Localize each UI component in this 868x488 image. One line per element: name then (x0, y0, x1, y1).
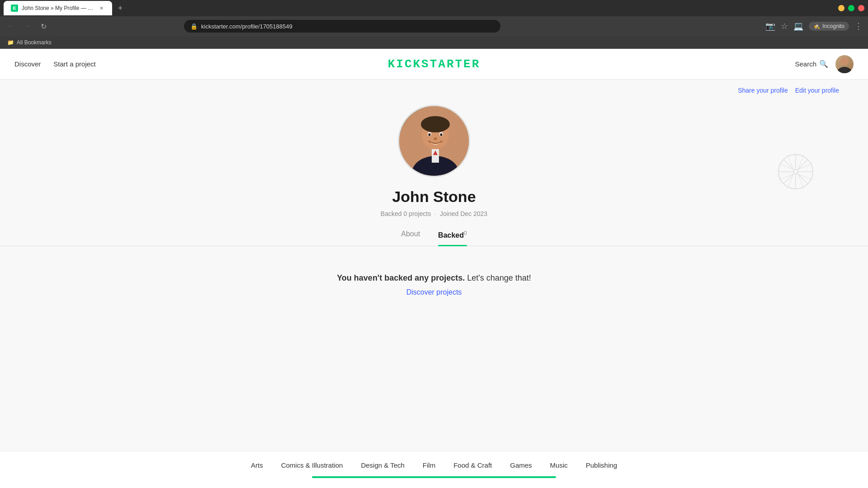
edit-profile-link[interactable]: Edit your profile (795, 87, 839, 94)
browser-actions: 📷 ☆ 💻 🕵️ Incognito ⋮ (765, 21, 863, 31)
footer-link-arts[interactable]: Arts (251, 461, 263, 469)
svg-line-22 (783, 173, 794, 184)
footer-link-publishing[interactable]: Publishing (586, 461, 617, 469)
user-avatar[interactable] (835, 55, 854, 73)
profile-avatar (398, 105, 470, 177)
back-button[interactable]: ← (5, 22, 16, 30)
window-close-button[interactable] (858, 5, 864, 11)
incognito-icon: 🕵️ (813, 23, 820, 29)
svg-point-0 (840, 57, 849, 66)
share-profile-link[interactable]: Share your profile (738, 87, 788, 94)
tab-title: John Stone » My Profile — Kick (22, 5, 94, 11)
footer-link-music[interactable]: Music (550, 461, 568, 469)
footer-link-games[interactable]: Games (510, 461, 532, 469)
empty-state-message: You haven't backed any projects. Let's c… (337, 273, 531, 283)
search-icon: 🔍 (819, 60, 828, 68)
backed-count-text: Backed 0 projects (381, 210, 431, 217)
svg-point-12 (434, 137, 437, 140)
tab-close-button[interactable]: ✕ (98, 5, 105, 12)
footer-link-film[interactable]: Film (423, 461, 435, 469)
nav-left: Discover Start a project (14, 60, 96, 68)
avatar-image (835, 55, 854, 73)
browser-tab[interactable]: K John Stone » My Profile — Kick ✕ (4, 1, 112, 15)
search-label: Search (795, 60, 816, 68)
discover-projects-link[interactable]: Discover projects (337, 288, 531, 296)
wheel-svg (778, 154, 814, 190)
svg-line-19 (783, 160, 794, 170)
bookmarks-label: All Bookmarks (17, 39, 52, 46)
address-bar: ← → ↻ 🔒 kickstarter.com/profile/17051885… (0, 16, 868, 36)
decorative-wheel (778, 154, 814, 190)
empty-state: You haven't backed any projects. Let's c… (328, 246, 540, 324)
profile-actions: Share your profile Edit your profile (0, 80, 868, 98)
window-maximize-button[interactable] (848, 5, 854, 11)
profile-tabs: About Backed0 (0, 230, 868, 246)
meta-separator: · (434, 210, 436, 217)
profile-meta: Backed 0 projects · Joined Dec 2023 (381, 210, 487, 217)
tab-favicon: K (11, 5, 18, 12)
top-navigation: Discover Start a project KICKSTARTER Sea… (0, 49, 868, 80)
empty-state-bold: You haven't backed any projects. (337, 273, 465, 282)
tab-about-label: About (401, 230, 420, 238)
bookmarks-bar: 📁 All Bookmarks (0, 36, 868, 49)
lock-icon: 🔒 (190, 23, 198, 30)
svg-line-21 (797, 160, 808, 170)
camera-off-icon: 📷 (765, 21, 775, 31)
svg-point-11 (440, 133, 443, 136)
nav-right: Search 🔍 (795, 55, 854, 73)
menu-icon[interactable]: ⋮ (854, 21, 863, 31)
device-icon[interactable]: 💻 (793, 21, 803, 31)
empty-state-normal: Let's change that! (467, 273, 531, 282)
svg-point-4 (421, 116, 450, 132)
discover-nav-link[interactable]: Discover (14, 60, 41, 68)
url-bar[interactable]: 🔒 kickstarter.com/profile/1705188549 (184, 20, 500, 33)
reload-button[interactable]: ↻ (38, 22, 49, 31)
main-content: Share your profile Edit your profile (0, 80, 868, 351)
svg-line-20 (797, 173, 808, 184)
incognito-label: Incognito (822, 23, 844, 29)
start-project-nav-link[interactable]: Start a project (53, 60, 95, 68)
svg-point-10 (429, 133, 431, 136)
new-tab-button[interactable]: + (114, 2, 127, 14)
profile-avatar-svg (399, 106, 470, 177)
footer-link-design--tech[interactable]: Design & Tech (361, 461, 404, 469)
bookmarks-folder-icon: 📁 (7, 39, 14, 46)
joined-date-text: Joined Dec 2023 (440, 210, 487, 217)
footer-link-comics--illustration[interactable]: Comics & Illustration (281, 461, 343, 469)
footer-links: ArtsComics & IllustrationDesign & TechFi… (0, 461, 868, 469)
backed-badge: 0 (464, 230, 467, 236)
bookmark-star-icon[interactable]: ☆ (781, 21, 788, 31)
footer-link-food--craft[interactable]: Food & Craft (453, 461, 492, 469)
logo-area: KICKSTARTER (388, 57, 481, 71)
tab-backed-label: Backed (438, 231, 464, 239)
window-minimize-button[interactable] (838, 5, 844, 11)
search-button[interactable]: Search 🔍 (795, 60, 828, 68)
forward-button[interactable]: → (22, 22, 33, 30)
incognito-button[interactable]: 🕵️ Incognito (809, 22, 849, 31)
tab-backed[interactable]: Backed0 (438, 230, 467, 246)
url-text: kickstarter.com/profile/1705188549 (201, 23, 292, 30)
profile-name: John Stone (392, 188, 476, 206)
svg-point-1 (837, 67, 852, 73)
profile-center: John Stone Backed 0 projects · Joined De… (0, 98, 868, 342)
avatar-svg (835, 55, 854, 73)
kickstarter-logo[interactable]: KICKSTARTER (388, 57, 481, 71)
footer: ArtsComics & IllustrationDesign & TechFi… (0, 451, 868, 470)
tab-about[interactable]: About (401, 230, 420, 246)
